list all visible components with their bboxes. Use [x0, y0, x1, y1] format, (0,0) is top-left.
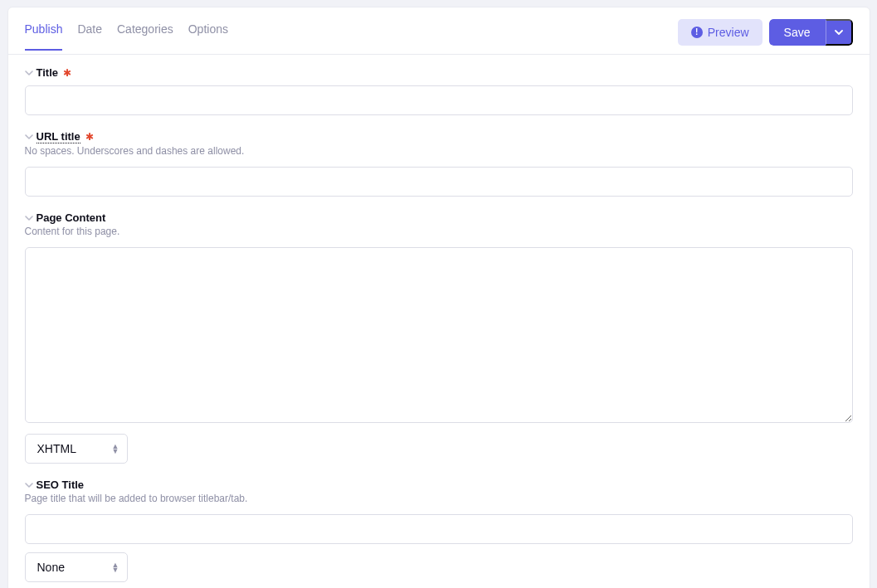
save-dropdown-button[interactable]	[826, 19, 853, 46]
seo-title-input[interactable]	[25, 514, 853, 544]
field-title: Title ✱	[25, 66, 853, 115]
preview-button-label: Preview	[708, 27, 749, 38]
chevron-down-icon	[25, 134, 33, 139]
url-title-desc: No spaces. Underscores and dashes are al…	[25, 145, 853, 157]
save-button-label: Save	[784, 27, 811, 38]
save-button-group: Save	[769, 19, 853, 46]
seo-title-option-select[interactable]: None	[25, 552, 128, 582]
publish-form-panel: Publish Date Categories Options ! Previe…	[7, 7, 870, 588]
tabs: Publish Date Categories Options	[25, 22, 228, 51]
preview-button[interactable]: ! Preview	[678, 19, 763, 46]
chevron-down-icon	[25, 70, 33, 75]
page-content-desc: Content for this page.	[25, 226, 853, 237]
tab-publish[interactable]: Publish	[25, 22, 63, 51]
chevron-down-icon	[25, 483, 33, 488]
url-title-label: URL title	[37, 130, 80, 143]
field-page-content: Page Content Content for this page. XHTM…	[25, 211, 853, 464]
url-title-input[interactable]	[25, 167, 853, 197]
form-body: Title ✱ URL title ✱ No spaces. Underscor…	[8, 55, 870, 588]
action-buttons: ! Preview Save	[678, 19, 853, 54]
title-input[interactable]	[25, 85, 853, 115]
seo-title-label: SEO Title	[37, 479, 85, 491]
tab-categories[interactable]: Categories	[117, 22, 173, 51]
field-seo-title: SEO Title Page title that will be added …	[25, 479, 853, 582]
page-content-textarea[interactable]	[25, 247, 853, 423]
required-icon: ✱	[85, 131, 94, 143]
tab-bar: Publish Date Categories Options ! Previe…	[8, 7, 870, 55]
page-content-label: Page Content	[37, 211, 106, 224]
chevron-down-icon	[25, 216, 33, 221]
page-content-format-select[interactable]: XHTML	[25, 434, 128, 464]
tab-options[interactable]: Options	[188, 22, 228, 51]
info-icon: !	[691, 27, 703, 38]
tab-date[interactable]: Date	[77, 22, 102, 51]
title-label: Title	[37, 66, 59, 79]
required-icon: ✱	[63, 67, 71, 79]
chevron-down-icon	[835, 30, 843, 35]
save-button[interactable]: Save	[769, 19, 826, 46]
field-url-title: URL title ✱ No spaces. Underscores and d…	[25, 130, 853, 197]
collapse-toggle-title[interactable]	[25, 70, 33, 75]
collapse-toggle-seo-title[interactable]	[25, 483, 33, 488]
collapse-toggle-url-title[interactable]	[25, 134, 33, 139]
seo-title-desc: Page title that will be added to browser…	[25, 493, 853, 504]
collapse-toggle-page-content[interactable]	[25, 216, 33, 221]
